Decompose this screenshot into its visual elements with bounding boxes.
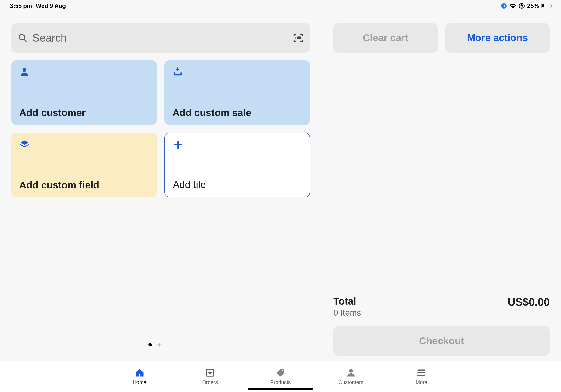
left-pane: Add customer Add custom sale Add custom …: [0, 12, 322, 360]
tab-label: Orders: [202, 379, 218, 385]
battery-percentage: 25%: [527, 3, 539, 9]
right-pane: Clear cart More actions Total 0 Items US…: [322, 12, 561, 360]
search-input[interactable]: [32, 32, 288, 44]
orders-icon: [205, 368, 215, 378]
tile-label: Add customer: [19, 107, 149, 119]
items-count: 0 Items: [333, 308, 361, 318]
tiles-grid: Add customer Add custom sale Add custom …: [11, 60, 310, 197]
layers-icon: [19, 139, 30, 150]
upload-plus-icon: [173, 67, 183, 77]
battery-icon: [541, 3, 551, 8]
customers-icon: [346, 368, 356, 378]
tab-label: Customers: [338, 379, 363, 385]
add-custom-field-tile[interactable]: Add custom field: [11, 132, 157, 197]
more-actions-button[interactable]: More actions: [445, 23, 550, 53]
page-indicator: [0, 342, 310, 347]
add-page-icon[interactable]: [156, 342, 162, 347]
add-custom-sale-tile[interactable]: Add custom sale: [164, 60, 310, 125]
tab-bar: Home Orders Products Customers More: [0, 360, 561, 392]
tile-label: Add custom field: [19, 180, 149, 191]
wifi-icon: [509, 3, 516, 9]
tab-label: More: [416, 379, 427, 385]
total-label: Total: [333, 296, 361, 307]
add-tile-button[interactable]: Add tile: [164, 132, 310, 197]
home-indicator[interactable]: [248, 388, 313, 390]
tab-more[interactable]: More: [400, 368, 442, 385]
main-content: Add customer Add custom sale Add custom …: [0, 12, 561, 360]
status-bar: 3:55 pm Wed 9 Aug 25%: [0, 0, 561, 12]
total-amount: US$0.00: [508, 296, 550, 308]
search-bar[interactable]: [11, 23, 310, 53]
add-customer-tile[interactable]: Add customer: [11, 60, 157, 125]
tile-label: Add custom sale: [173, 107, 302, 119]
cart-summary: Total 0 Items US$0.00 Checkout: [333, 287, 550, 356]
location-icon: [501, 3, 507, 9]
status-date: Wed 9 Aug: [36, 3, 66, 9]
barcode-scan-icon[interactable]: [293, 33, 303, 43]
tab-products[interactable]: Products: [259, 368, 302, 385]
svg-point-9: [22, 68, 27, 72]
status-right: 25%: [501, 3, 551, 9]
clear-cart-button[interactable]: Clear cart: [333, 23, 438, 53]
svg-point-17: [282, 370, 283, 371]
status-left: 3:55 pm Wed 9 Aug: [10, 3, 66, 9]
svg-point-1: [519, 3, 524, 9]
menu-icon: [416, 368, 427, 378]
svg-line-3: [24, 39, 26, 41]
cart-actions: Clear cart More actions: [333, 23, 550, 53]
tile-label: Add tile: [173, 179, 302, 190]
tab-label: Products: [270, 379, 291, 385]
plus-icon: [173, 140, 183, 150]
home-icon: [134, 368, 145, 378]
tab-label: Home: [133, 379, 147, 385]
total-row: Total 0 Items US$0.00: [333, 296, 550, 318]
svg-point-18: [349, 369, 353, 373]
tab-customers[interactable]: Customers: [330, 368, 372, 385]
person-icon: [19, 67, 30, 77]
checkout-button[interactable]: Checkout: [333, 326, 550, 356]
search-icon: [18, 33, 27, 43]
orientation-lock-icon: [519, 3, 525, 9]
tab-orders[interactable]: Orders: [189, 368, 231, 385]
status-time: 3:55 pm: [10, 3, 32, 9]
page-dot-active[interactable]: [149, 343, 152, 346]
tab-home[interactable]: Home: [119, 368, 161, 385]
tag-icon: [275, 368, 286, 378]
total-left: Total 0 Items: [333, 296, 361, 318]
